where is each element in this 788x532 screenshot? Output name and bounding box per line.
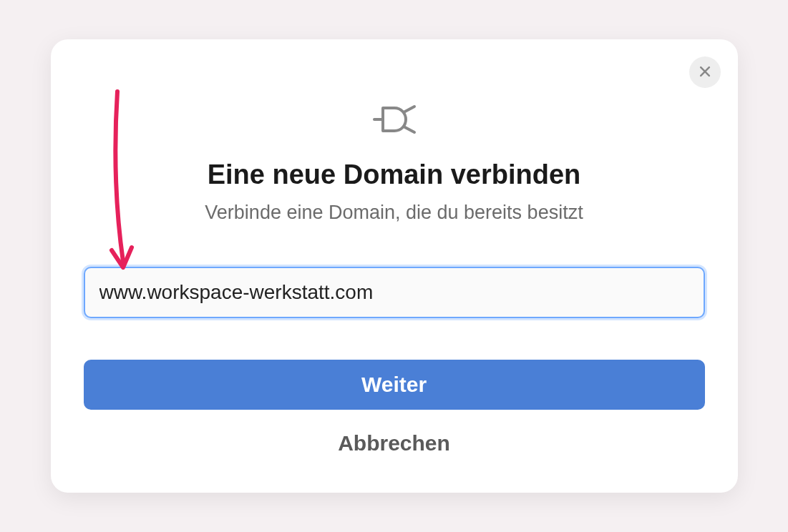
connect-domain-modal: Eine neue Domain verbinden Verbinde eine… <box>51 39 738 493</box>
domain-input[interactable] <box>84 267 705 318</box>
close-icon <box>698 64 712 81</box>
close-button[interactable] <box>689 56 721 88</box>
modal-title: Eine neue Domain verbinden <box>208 159 581 190</box>
continue-button[interactable]: Weiter <box>84 360 705 410</box>
cancel-button[interactable]: Abbrechen <box>338 431 450 455</box>
plug-icon <box>370 97 419 139</box>
svg-line-3 <box>404 127 414 132</box>
svg-line-2 <box>404 107 414 112</box>
modal-subtitle: Verbinde eine Domain, die du bereits bes… <box>205 202 583 224</box>
